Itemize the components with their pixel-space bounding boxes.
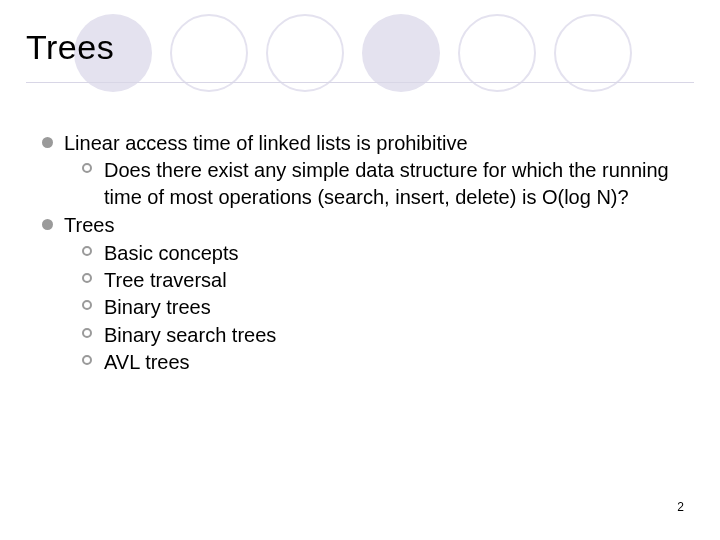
sub-bullet-text: Tree traversal [104,269,227,291]
sub-bullet-text: Binary trees [104,296,211,318]
sub-bullet-item: AVL trees [78,349,676,375]
sub-bullet-text: AVL trees [104,351,190,373]
bullet-text: Trees [64,214,114,236]
sub-bullet-text: Basic concepts [104,242,239,264]
bullet-text: Linear access time of linked lists is pr… [64,132,468,154]
sub-bullet-item: Does there exist any simple data structu… [78,157,676,210]
circle-decoration [170,14,248,92]
bullet-item: Trees Basic concepts Tree traversal Bina… [36,212,676,375]
sub-bullet-item: Binary search trees [78,322,676,348]
sub-bullet-item: Tree traversal [78,267,676,293]
page-number: 2 [677,500,684,514]
slide-body: Linear access time of linked lists is pr… [36,130,676,378]
slide-title: Trees [26,28,114,67]
circle-decoration [554,14,632,92]
circle-decoration [458,14,536,92]
title-underline [26,82,694,83]
sub-bullet-text: Binary search trees [104,324,276,346]
sub-bullet-text: Does there exist any simple data structu… [104,159,669,207]
circle-decoration [266,14,344,92]
sub-bullet-item: Binary trees [78,294,676,320]
circle-decoration [362,14,440,92]
sub-bullet-item: Basic concepts [78,240,676,266]
bullet-item: Linear access time of linked lists is pr… [36,130,676,210]
